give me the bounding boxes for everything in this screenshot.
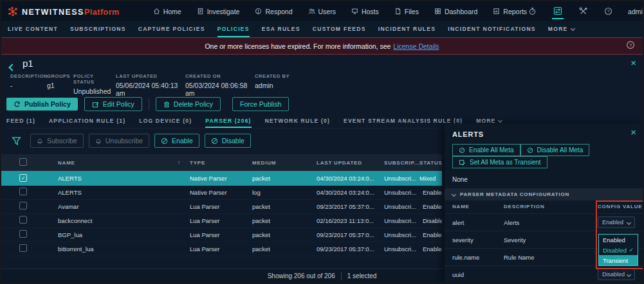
investigate-icon	[197, 8, 204, 15]
row-checkbox[interactable]	[19, 244, 27, 252]
delete-policy-button[interactable]: Delete Policy	[156, 97, 221, 111]
subnav-incident-notifications[interactable]: INCIDENT NOTIFICATIONS	[448, 21, 536, 37]
nav-files[interactable]: Files	[394, 8, 419, 15]
col-type[interactable]: TYPE	[190, 160, 252, 166]
unsubscribe-button[interactable]: Unsubscribe	[89, 134, 149, 148]
row-checkbox[interactable]	[19, 188, 27, 195]
config-value-dropdown: Enabled Disabled✓ Transient	[598, 234, 638, 266]
secondary-navbar: LIVE CONTENT SUBSCRIPTIONS CAPTURE POLIC…	[1, 21, 643, 37]
parser-detail-panel: ALERTS × Enable All Meta Disable All Met…	[445, 123, 643, 283]
nav-investigate[interactable]: Investigate	[197, 8, 240, 15]
back-chevron-icon[interactable]	[10, 61, 15, 73]
disable-all-meta-button[interactable]: Disable All Meta	[520, 144, 590, 156]
panel-none-label: None	[452, 176, 468, 183]
close-policy-icon[interactable]: ×	[630, 58, 636, 67]
panel-close-icon[interactable]: ×	[630, 127, 636, 137]
meta-label: CREATED ON	[185, 73, 255, 79]
config-value-select[interactable]: Disabled	[598, 269, 635, 280]
set-all-meta-transient-button[interactable]: Set All Meta as Transient	[452, 156, 547, 168]
chevron-down-icon	[571, 26, 575, 31]
tools-icon[interactable]	[578, 4, 589, 18]
col-last-updated[interactable]: LAST UPDATED	[317, 160, 384, 166]
subscribe-button[interactable]: Subscribe	[30, 134, 84, 148]
bell-off-icon	[95, 138, 102, 145]
col-subscription[interactable]: SUBSCRIP...	[384, 160, 419, 166]
license-details-link[interactable]: License Details	[393, 42, 439, 50]
dropdown-option-enabled[interactable]: Enabled	[599, 235, 638, 245]
stopwatch-icon[interactable]	[527, 4, 538, 18]
nav-home[interactable]: Home	[153, 8, 181, 15]
enable-button[interactable]: Enable	[154, 134, 199, 148]
subnav-custom-feeds[interactable]: CUSTOM FEEDS	[313, 21, 366, 37]
panel-row: uuid Disabled	[445, 265, 643, 283]
row-checkbox[interactable]: ✓	[19, 174, 27, 182]
subnav-policies[interactable]: POLICIES	[217, 21, 250, 37]
nav-reports[interactable]: Reports	[493, 8, 527, 15]
config-value-select[interactable]: Enabled	[598, 217, 635, 228]
row-checkbox[interactable]	[19, 216, 27, 224]
policy-meta: DESCRIPTION- GROUPSg1 POLICY STATUSUnpub…	[10, 73, 300, 95]
col-name[interactable]: NAME	[58, 160, 75, 166]
utility-icons: ? admin	[527, 4, 644, 19]
table-row[interactable]: bittorrent_lua Lua Parser packet 09/23/2…	[1, 242, 442, 256]
sort-asc-icon[interactable]: ↑	[178, 159, 181, 166]
admin-config-icon[interactable]	[552, 4, 564, 19]
user-menu[interactable]: admin	[628, 8, 644, 15]
banner-help-icon[interactable]: ?	[626, 40, 635, 49]
refresh-icon	[14, 101, 21, 108]
publish-policy-button[interactable]: Publish Policy	[6, 98, 78, 111]
table-row[interactable]: ALERTS Native Parser log 04/30/2024 03:2…	[1, 185, 442, 200]
table-row[interactable]: backconnect Lua Parser packet 02/16/2023…	[1, 213, 442, 228]
nav-respond[interactable]: Respond	[255, 8, 292, 15]
brand-logo[interactable]: NETWITNESSPlatform	[8, 6, 120, 17]
edit-policy-button[interactable]: Edit Policy	[84, 97, 142, 111]
divider	[341, 272, 342, 280]
meta-value: Unpublished	[73, 87, 116, 95]
meta-label: CREATED BY	[255, 73, 300, 79]
select-all-checkbox[interactable]	[19, 158, 27, 166]
chevron-down-icon	[627, 272, 631, 276]
svg-text:?: ?	[607, 8, 609, 14]
help-icon[interactable]: ?	[603, 4, 614, 18]
status-text: Enabled	[423, 203, 442, 210]
subnav-esa-rules[interactable]: ESA RULES	[262, 21, 300, 37]
table-row[interactable]: Avamar Lua Parser packet 09/23/2017 05:3…	[1, 199, 442, 214]
dropdown-option-disabled[interactable]: Disabled✓	[599, 245, 638, 255]
subnav-incident-rules[interactable]: INCIDENT RULES	[378, 21, 436, 37]
meta-value: 05/03/2024 08:06:58 am	[185, 82, 255, 97]
chevron-down-icon	[627, 220, 631, 224]
tab-parser[interactable]: PARSER (206)	[205, 114, 251, 128]
status-text: Enabled	[423, 245, 442, 253]
parser-metadata-accordion[interactable]: PARSER METADATA CONFIGURATION	[445, 188, 643, 200]
filter-icon[interactable]	[12, 136, 21, 146]
tab-network-rule[interactable]: NETWORK RULE (0)	[265, 114, 330, 128]
nav-dashboard[interactable]: Dashboard	[434, 8, 477, 15]
row-checkbox[interactable]	[19, 202, 27, 209]
subnav-live-content[interactable]: LIVE CONTENT	[8, 21, 58, 37]
status-text: Enabled	[423, 231, 442, 238]
subnav-subscriptions[interactable]: SUBSCRIPTIONS	[70, 21, 126, 37]
policy-header: p1 ×	[1, 54, 643, 73]
dropdown-option-transient[interactable]: Transient	[599, 255, 638, 265]
tab-feed[interactable]: FEED (1)	[6, 114, 35, 128]
col-status[interactable]: STATUS	[419, 160, 442, 166]
force-publish-button[interactable]: Force Publish	[232, 97, 289, 111]
hosts-icon	[351, 8, 358, 15]
nav-hosts[interactable]: Hosts	[351, 8, 379, 15]
tab-log-device[interactable]: LOG DEVICE (0)	[139, 114, 192, 128]
table-row[interactable]: ✓ ALERTS Native Parser packet 04/30/2024…	[1, 171, 442, 186]
tab-application-rule[interactable]: APPLICATION RULE (1)	[49, 114, 125, 128]
brand-secondary: Platform	[84, 8, 120, 17]
panel-table-header: NAME DESCRIPTION CONFIG VALUE	[445, 200, 643, 213]
table-row[interactable]: BGP_lua Lua Parser packet 09/23/2017 05:…	[1, 227, 442, 242]
circle-slash-icon	[211, 138, 218, 145]
subnav-capture-policies[interactable]: CAPTURE POLICIES	[138, 21, 205, 37]
disable-button[interactable]: Disable	[205, 134, 251, 148]
subnav-more[interactable]: MORE	[548, 21, 575, 37]
meta-label: LAST UPDATED	[116, 73, 185, 79]
user-name: admin	[628, 8, 644, 15]
row-checkbox[interactable]	[19, 230, 27, 238]
col-medium[interactable]: MEDIUM	[252, 160, 317, 166]
nav-users[interactable]: Users	[308, 8, 336, 15]
enable-all-meta-button[interactable]: Enable All Meta	[452, 144, 520, 156]
